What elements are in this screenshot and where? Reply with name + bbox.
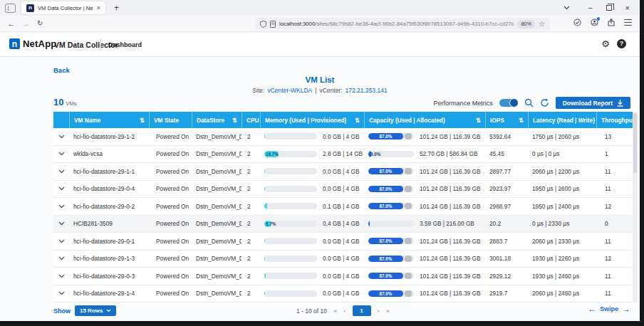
table-row[interactable]: hci-fio-datastore-29-1-4 Powered On Dstn… bbox=[53, 285, 633, 303]
extensions-icon[interactable] bbox=[608, 19, 615, 26]
refresh-icon[interactable] bbox=[540, 98, 549, 107]
capacity-value: 3.59 GB | 216.00 GB bbox=[420, 220, 474, 227]
column-header[interactable]: CPU⇅ bbox=[242, 112, 260, 128]
chevron-down-icon[interactable] bbox=[58, 239, 65, 243]
capacity-bar-marker bbox=[405, 290, 412, 297]
capacity-bar: 87.0% bbox=[368, 133, 414, 140]
datastore-cell: Dstn_DemoVM_DS01 bbox=[192, 168, 242, 175]
vm-name-cell: hci-fio-datastore-29-1-1 bbox=[69, 168, 149, 175]
chevron-down-icon[interactable] bbox=[58, 256, 65, 261]
row-expand-cell bbox=[53, 291, 69, 295]
back-link[interactable]: Back bbox=[53, 66, 70, 74]
chevron-down-icon[interactable] bbox=[58, 274, 65, 278]
permissions-icon[interactable] bbox=[573, 19, 581, 26]
next-page-button[interactable]: › bbox=[378, 307, 380, 315]
vm-count: 10VMs bbox=[53, 95, 76, 108]
browser-tab[interactable]: n VM Data Collector | NetApp × bbox=[21, 1, 105, 14]
sort-icon[interactable]: ⇅ bbox=[516, 117, 524, 124]
last-page-button[interactable]: » bbox=[386, 307, 390, 315]
table-row[interactable]: hci-fio-datastore-29-1-3 Powered On Dstn… bbox=[53, 251, 633, 268]
swipe-left-icon[interactable]: ← bbox=[588, 305, 596, 313]
previous-page-button[interactable]: ‹ bbox=[343, 307, 346, 315]
url-text[interactable]: localhost:3000/sites/68c79b82-be38-4acf-… bbox=[279, 21, 514, 27]
table-row[interactable]: HCIB281-3509 Powered On Dstn_DemoVM_DS01… bbox=[53, 216, 633, 233]
column-header[interactable]: Latency (Read | Write)⇅ bbox=[528, 112, 596, 128]
table-scrollbar[interactable] bbox=[633, 112, 638, 303]
capacity-value: 101.24 GB | 116.39 GB bbox=[420, 290, 481, 297]
swipe-right-icon[interactable]: → bbox=[622, 305, 630, 313]
vm-name-cell: hci-fio-datastore-29-0-2 bbox=[69, 203, 149, 210]
performance-metrics-label: Performance Metrics bbox=[434, 100, 493, 107]
memory-value: 0.0 GB | 4 GB bbox=[323, 238, 360, 245]
vm-count-number: 10 bbox=[53, 97, 63, 107]
performance-metrics-toggle[interactable] bbox=[499, 99, 518, 107]
window-restore-button[interactable] bbox=[606, 5, 612, 11]
table-row[interactable]: hci-fio-datastore-29-0-3 Powered On Dstn… bbox=[53, 268, 633, 285]
swipe-control[interactable]: ← Swipe → bbox=[588, 305, 630, 313]
chevron-down-icon[interactable] bbox=[58, 204, 65, 209]
browser-forward-button[interactable]: → bbox=[22, 19, 30, 28]
sort-icon[interactable]: ⇅ bbox=[352, 117, 360, 124]
memory-bar bbox=[264, 256, 317, 262]
window-minimize-button[interactable]: – bbox=[588, 4, 593, 11]
memory-bar-fill bbox=[264, 238, 265, 244]
help-icon[interactable]: ? bbox=[617, 39, 626, 48]
download-report-button[interactable]: Download Report bbox=[556, 97, 630, 109]
list-tabs-chevron-icon[interactable] bbox=[564, 6, 570, 10]
memory-cell: 0.0 GB | 4 GB bbox=[260, 168, 364, 175]
zoom-level-badge[interactable]: 80% bbox=[517, 20, 535, 28]
chevron-down-icon[interactable] bbox=[58, 186, 65, 191]
table-row[interactable]: hci-fio-datastore-29-1-1 Powered On Dstn… bbox=[53, 163, 633, 181]
iops-cell: 2919.7 bbox=[485, 290, 528, 297]
browser-back-button[interactable]: ← bbox=[7, 19, 15, 28]
browser-reload-button[interactable]: ↻ bbox=[37, 19, 43, 28]
capacity-bar: 87.0% bbox=[368, 168, 414, 174]
netapp-logo[interactable]: n NetApp bbox=[9, 38, 56, 49]
column-header[interactable]: IOPS⇅ bbox=[485, 112, 528, 128]
sort-icon[interactable]: ⇅ bbox=[229, 117, 237, 124]
scrollbar-thumb[interactable] bbox=[633, 113, 637, 173]
table-row[interactable]: hci-fio-datastore-29-0-4 Powered On Dstn… bbox=[53, 181, 633, 199]
column-header[interactable]: Capacity (Used | Allocated)⇅ bbox=[364, 112, 485, 128]
table-row[interactable]: wklda-vcsa Powered On Dstn_DemoVM_DS01 2… bbox=[53, 146, 633, 164]
memory-bar bbox=[264, 203, 317, 209]
column-header[interactable]: DataStore⇅ bbox=[192, 112, 242, 128]
table-controls: Performance Metrics Download Report bbox=[434, 97, 630, 109]
first-page-button[interactable]: « bbox=[333, 307, 337, 315]
column-header[interactable]: VM Name⇅ bbox=[69, 112, 149, 128]
window-close-button[interactable]: × bbox=[625, 4, 630, 12]
page-info-icon[interactable] bbox=[270, 21, 276, 28]
pagination-range: 1 - 10 of 10 bbox=[296, 307, 327, 315]
chevron-down-icon[interactable] bbox=[58, 221, 65, 226]
nav-item-dashboard[interactable]: Dashboard bbox=[108, 41, 142, 48]
new-tab-button[interactable]: + bbox=[114, 4, 119, 12]
vcenter-value[interactable]: 172.21.253.141 bbox=[346, 87, 388, 94]
menu-icon[interactable] bbox=[624, 19, 632, 26]
settings-gear-icon[interactable]: ⚙ bbox=[601, 39, 610, 48]
account-icon[interactable] bbox=[591, 19, 598, 26]
table-row[interactable]: hci-fio-datastore-29-0-1 Powered On Dstn… bbox=[53, 233, 633, 251]
table-row[interactable]: hci-fio-datastore-29-0-2 Powered On Dstn… bbox=[53, 198, 633, 216]
sort-icon[interactable]: ⇅ bbox=[137, 117, 145, 124]
sort-icon[interactable]: ⇅ bbox=[595, 117, 596, 124]
memory-cell: 9.7% 0.4 GB | 4 GB bbox=[260, 220, 364, 227]
chevron-down-icon[interactable] bbox=[58, 291, 65, 295]
chevron-down-icon[interactable] bbox=[58, 152, 65, 156]
vm-name-cell: wklda-vcsa bbox=[69, 150, 149, 157]
sort-icon[interactable]: ⇅ bbox=[259, 117, 260, 124]
firefox-view-icon[interactable] bbox=[5, 4, 16, 13]
current-page-button[interactable]: 1 bbox=[353, 305, 371, 316]
bookmark-star-icon[interactable]: ☆ bbox=[539, 21, 545, 28]
tab-title: VM Data Collector | NetApp bbox=[38, 5, 93, 11]
shield-icon[interactable] bbox=[260, 21, 266, 28]
column-header[interactable]: Memory (Used | Provisioned)⇅ bbox=[260, 112, 364, 128]
site-value[interactable]: vCenter-WKLDA bbox=[267, 87, 312, 94]
url-field[interactable]: localhost:3000/sites/68c79b82-be38-4acf-… bbox=[255, 18, 550, 30]
chevron-down-icon[interactable] bbox=[58, 135, 65, 139]
chevron-down-icon[interactable] bbox=[58, 169, 65, 174]
capacity-bar-fill bbox=[368, 221, 370, 227]
tab-close-icon[interactable]: × bbox=[97, 5, 100, 11]
search-icon[interactable] bbox=[524, 98, 534, 107]
sort-icon[interactable]: ⇅ bbox=[473, 117, 481, 124]
table-row[interactable]: hci-fio-datastore-29-1-2 Powered On Dstn… bbox=[53, 128, 633, 146]
